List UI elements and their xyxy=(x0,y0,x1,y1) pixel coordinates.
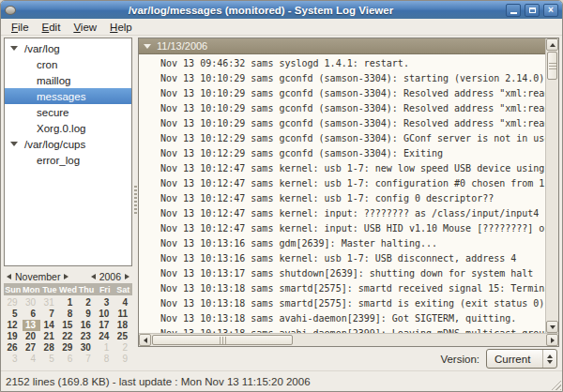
calendar-day[interactable]: 9 xyxy=(77,309,96,320)
calendar-day[interactable]: 8 xyxy=(96,354,114,365)
menu-edit[interactable]: Edit xyxy=(36,21,68,34)
menu-view[interactable]: View xyxy=(67,21,103,34)
calendar-day[interactable]: 7 xyxy=(77,354,96,365)
calendar-day-selected[interactable]: 13 xyxy=(23,320,41,331)
menu-file[interactable]: File xyxy=(5,21,36,34)
calendar-day[interactable]: 4 xyxy=(114,297,132,309)
prev-month-icon[interactable] xyxy=(7,274,11,279)
next-year-icon[interactable] xyxy=(125,274,129,279)
log-lines[interactable]: Nov 13 09:46:32 sams syslogd 1.4.1: rest… xyxy=(139,54,545,333)
log-line[interactable]: Nov 13 10:10:29 sams gconfd (samson-3304… xyxy=(139,116,545,131)
calendar-day[interactable]: 19 xyxy=(4,331,23,342)
scroll-right-button[interactable] xyxy=(546,334,558,346)
calendar-day[interactable]: 1 xyxy=(59,297,78,309)
calendar-day[interactable]: 27 xyxy=(23,342,41,354)
calendar-day[interactable]: 6 xyxy=(59,354,78,365)
calendar-day[interactable]: 18 xyxy=(114,320,132,331)
version-combobox[interactable]: Current xyxy=(486,349,557,369)
tree-item-xorg-0-log[interactable]: Xorg.0.log xyxy=(5,120,131,136)
horizontal-scrollbar-thumb[interactable] xyxy=(152,335,293,345)
calendar-day[interactable]: 14 xyxy=(40,320,59,331)
tree-item-error-log[interactable]: error_log xyxy=(5,152,131,168)
log-line[interactable]: Nov 13 10:10:29 sams gconfd (samson-3304… xyxy=(139,86,545,101)
log-date-header[interactable]: 11/13/2006 xyxy=(139,38,545,54)
calendar-day[interactable]: 23 xyxy=(77,331,96,342)
close-button[interactable]: × xyxy=(543,4,558,17)
log-line[interactable]: Nov 13 10:10:29 sams gconfd (samson-3304… xyxy=(139,71,545,86)
calendar-day[interactable]: 15 xyxy=(59,320,78,331)
log-line[interactable]: Nov 13 10:12:47 sams kernel: input: USB … xyxy=(139,221,545,236)
calendar-day[interactable]: 20 xyxy=(23,331,41,342)
log-line[interactable]: Nov 13 10:13:16 sams kernel: usb 1-7: US… xyxy=(139,251,545,266)
calendar-day[interactable]: 11 xyxy=(114,309,132,320)
calendar-day[interactable]: 8 xyxy=(59,309,78,320)
tree-item-secure[interactable]: secure xyxy=(5,104,131,120)
calendar-day[interactable]: 17 xyxy=(96,320,114,331)
calendar-day[interactable]: 28 xyxy=(40,342,59,354)
tree-item-var-log-cups[interactable]: /var/log/cups xyxy=(5,136,131,152)
log-line[interactable]: Nov 13 10:12:47 sams kernel: usb 1-7: co… xyxy=(139,191,545,206)
log-line[interactable]: Nov 13 10:13:17 sams shutdown[2639]: shu… xyxy=(139,266,545,281)
log-line[interactable]: Nov 13 10:13:18 sams smartd[2575]: smart… xyxy=(139,281,545,296)
expander-icon[interactable] xyxy=(10,46,18,51)
calendar-day[interactable]: 1 xyxy=(96,342,114,354)
resize-grip-icon[interactable] xyxy=(549,378,561,390)
file-tree[interactable]: /var/logcronmaillogmessagessecureXorg.0.… xyxy=(4,38,132,266)
next-month-icon[interactable] xyxy=(64,274,68,279)
menu-help[interactable]: Help xyxy=(103,21,139,34)
vertical-scrollbar-thumb[interactable] xyxy=(547,52,557,80)
calendar-grid[interactable]: 2930311234567891011121314151617181920212… xyxy=(4,297,132,365)
scroll-down-button[interactable] xyxy=(546,321,558,333)
log-line[interactable]: Nov 13 10:13:18 sams smartd[2575]: smart… xyxy=(139,296,545,311)
calendar-day[interactable]: 7 xyxy=(40,309,59,320)
log-line[interactable]: Nov 13 10:12:29 sams gconfd (samson-3304… xyxy=(139,131,545,146)
calendar-day[interactable]: 2 xyxy=(77,297,96,309)
log-line[interactable]: Nov 13 10:12:47 sams kernel: usb 1-7: co… xyxy=(139,176,545,191)
expander-icon[interactable] xyxy=(144,44,151,49)
calendar-day[interactable]: 26 xyxy=(4,342,23,354)
tree-item-var-log[interactable]: /var/log xyxy=(5,40,131,56)
calendar-day[interactable]: 24 xyxy=(96,331,114,342)
horizontal-scrollbar[interactable] xyxy=(139,333,558,346)
scroll-left-button[interactable] xyxy=(139,334,151,346)
log-line[interactable]: Nov 13 10:13:16 sams gdm[2639]: Master h… xyxy=(139,236,545,251)
calendar-day[interactable]: 5 xyxy=(40,354,59,365)
pane-separator-grip[interactable] xyxy=(134,186,137,214)
calendar-day[interactable]: 30 xyxy=(77,342,96,354)
log-line[interactable]: Nov 13 10:12:47 sams kernel: usb 1-7: ne… xyxy=(139,161,545,176)
calendar-day[interactable]: 29 xyxy=(59,342,78,354)
horizontal-scrollbar-trough[interactable] xyxy=(294,334,546,346)
expander-icon[interactable] xyxy=(10,142,18,146)
calendar-day[interactable]: 4 xyxy=(23,354,41,365)
calendar-day[interactable]: 3 xyxy=(96,297,114,309)
maximize-button[interactable] xyxy=(525,4,540,17)
pane-separator[interactable] xyxy=(132,36,138,370)
vertical-scrollbar-trough[interactable] xyxy=(546,81,558,321)
calendar-day[interactable]: 9 xyxy=(114,354,132,365)
log-line[interactable]: Nov 13 09:46:32 sams syslogd 1.4.1: rest… xyxy=(139,56,545,71)
calendar-day[interactable]: 3 xyxy=(4,354,23,365)
log-line[interactable]: Nov 13 10:13:18 sams avahi-daemon[2399]:… xyxy=(139,326,545,333)
log-line[interactable]: Nov 13 10:12:47 sams kernel: input: ????… xyxy=(139,206,545,221)
combobox-spinner[interactable] xyxy=(542,350,556,368)
tree-item-messages[interactable]: messages xyxy=(5,88,131,104)
calendar-day[interactable]: 30 xyxy=(23,297,41,309)
log-line[interactable]: Nov 13 10:13:18 sams avahi-daemon[2399]:… xyxy=(139,311,545,326)
calendar-day[interactable]: 16 xyxy=(77,320,96,331)
calendar-day[interactable]: 5 xyxy=(4,309,23,320)
vertical-scrollbar[interactable] xyxy=(545,38,558,333)
calendar-day[interactable]: 10 xyxy=(96,309,114,320)
prev-year-icon[interactable] xyxy=(91,274,96,279)
tree-item-cron[interactable]: cron xyxy=(5,56,131,72)
scroll-up-button[interactable] xyxy=(546,38,558,51)
calendar-day[interactable]: 25 xyxy=(114,331,132,342)
minimize-button[interactable] xyxy=(506,4,521,17)
titlebar[interactable]: /var/log/messages (monitored) - System L… xyxy=(1,1,562,19)
calendar-day[interactable]: 12 xyxy=(4,320,23,331)
calendar-day[interactable]: 22 xyxy=(59,331,78,342)
tree-item-maillog[interactable]: maillog xyxy=(5,72,131,88)
calendar-day[interactable]: 6 xyxy=(23,309,41,320)
log-line[interactable]: Nov 13 10:10:29 sams gconfd (samson-3304… xyxy=(139,101,545,116)
log-line[interactable]: Nov 13 10:12:29 sams gconfd (samson-3304… xyxy=(139,146,545,161)
calendar-day[interactable]: 21 xyxy=(40,331,59,342)
